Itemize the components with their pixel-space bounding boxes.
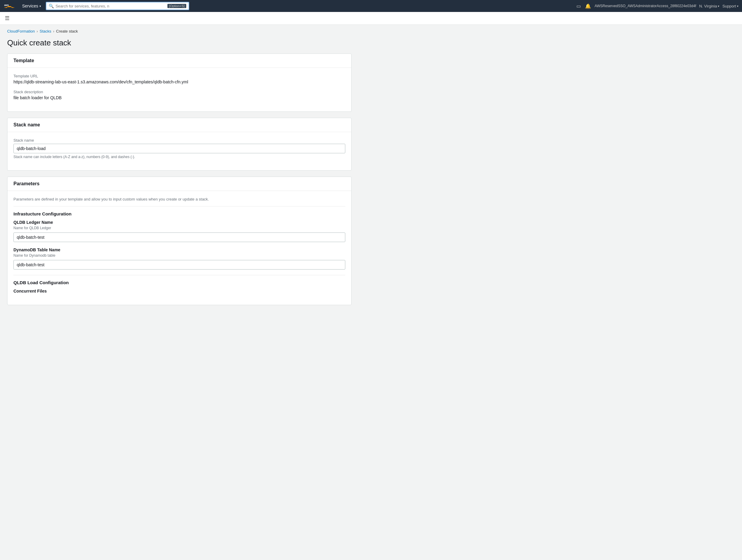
qldb-ledger-label: QLDB Ledger Name <box>13 220 345 225</box>
template-url-value: https://qldb-streaming-lab-us-east-1.s3.… <box>13 79 345 84</box>
breadcrumb-stacks[interactable]: Stacks <box>40 29 51 34</box>
infra-section-title: Infrastucture Configuration <box>13 211 345 216</box>
dynamo-table-group: DynamoDB Table Name Name for Dynamodb ta… <box>13 247 345 270</box>
qldb-ledger-input[interactable] <box>13 232 345 242</box>
breadcrumb: CloudFormation › Stacks › Create stack <box>0 25 742 36</box>
breadcrumb-sep-2: › <box>53 29 54 34</box>
stack-name-card-body: Stack name Stack name can include letter… <box>7 132 351 170</box>
terminal-icon[interactable]: ▭ <box>576 3 581 10</box>
services-caret-icon: ▾ <box>40 4 41 8</box>
stack-name-field-label: Stack name <box>13 138 345 143</box>
sidebar-toggle[interactable]: ☰ <box>0 12 742 25</box>
parameters-divider-2 <box>13 275 345 275</box>
aws-logo[interactable]: aws <box>4 2 15 10</box>
qldb-ledger-desc: Name for QLDB Ledger <box>13 226 345 230</box>
dynamo-table-input[interactable] <box>13 260 345 270</box>
parameters-divider-1 <box>13 206 345 207</box>
template-card: Template Template URL https://qldb-strea… <box>7 54 352 112</box>
template-url-group: Template URL https://qldb-streaming-lab-… <box>13 74 345 84</box>
services-menu[interactable]: Services ▾ <box>20 2 43 10</box>
search-bar[interactable]: 🔍 [Option+S] <box>46 2 189 10</box>
template-card-header: Template <box>7 54 351 68</box>
topnav-right: ▭ 🔔 AWSReservedSSO_AWSAdministratorAcces… <box>576 3 738 10</box>
stack-name-input[interactable] <box>13 144 345 153</box>
stack-name-card: Stack name Stack name Stack name can inc… <box>7 118 352 171</box>
qldb-ledger-group: QLDB Ledger Name Name for QLDB Ledger <box>13 220 345 242</box>
search-shortcut-badge: [Option+S] <box>167 4 186 8</box>
dynamo-table-desc: Name for Dynamodb table <box>13 254 345 258</box>
search-icon: 🔍 <box>49 4 54 8</box>
support-label: Support <box>722 4 736 8</box>
stack-name-card-header: Stack name <box>7 118 351 132</box>
stack-desc-value: file batch loader for QLDB <box>13 95 345 100</box>
account-label: AWSReservedSSO_AWSAdministratorAccess_28… <box>595 4 696 8</box>
stack-desc-label: Stack description <box>13 90 345 94</box>
template-card-title: Template <box>13 58 34 63</box>
region-menu[interactable]: N. Virginia ▾ <box>699 4 720 8</box>
stack-name-hint: Stack name can include letters (A-Z and … <box>13 155 345 159</box>
parameters-card: Parameters Parameters are defined in you… <box>7 177 352 305</box>
template-card-body: Template URL https://qldb-streaming-lab-… <box>7 68 351 111</box>
support-menu[interactable]: Support ▾ <box>722 4 738 8</box>
stack-name-group: Stack name Stack name can include letter… <box>13 138 345 159</box>
parameters-subtitle: Parameters are defined in your template … <box>13 197 345 202</box>
notification-icon[interactable]: 🔔 <box>584 3 592 10</box>
breadcrumb-cloudformation[interactable]: CloudFormation <box>7 29 35 34</box>
dynamo-table-label: DynamoDB Table Name <box>13 247 345 252</box>
support-caret-icon: ▾ <box>737 4 738 8</box>
breadcrumb-current: Create stack <box>56 29 78 34</box>
main-content: Quick create stack Template Template URL… <box>0 36 359 323</box>
qldb-load-section-title: QLDB Load Configuration <box>13 280 345 285</box>
template-url-label: Template URL <box>13 74 345 78</box>
search-input[interactable] <box>56 4 168 8</box>
services-label: Services <box>22 4 38 8</box>
stack-desc-group: Stack description file batch loader for … <box>13 90 345 100</box>
account-menu[interactable]: AWSReservedSSO_AWSAdministratorAccess_28… <box>595 4 696 8</box>
svg-text:aws: aws <box>4 4 9 7</box>
concurrent-files-group: Concurrent Files <box>13 289 345 293</box>
parameters-card-header: Parameters <box>7 177 351 191</box>
parameters-card-title: Parameters <box>13 181 40 186</box>
region-caret-icon: ▾ <box>718 4 719 8</box>
page-title: Quick create stack <box>7 38 352 48</box>
region-label: N. Virginia <box>699 4 717 8</box>
stack-name-card-title: Stack name <box>13 122 40 127</box>
concurrent-files-label: Concurrent Files <box>13 289 345 293</box>
parameters-card-body: Parameters are defined in your template … <box>7 191 351 305</box>
topnav: aws Services ▾ 🔍 [Option+S] ▭ 🔔 AWSReser… <box>0 0 742 12</box>
breadcrumb-sep-1: › <box>37 29 38 34</box>
